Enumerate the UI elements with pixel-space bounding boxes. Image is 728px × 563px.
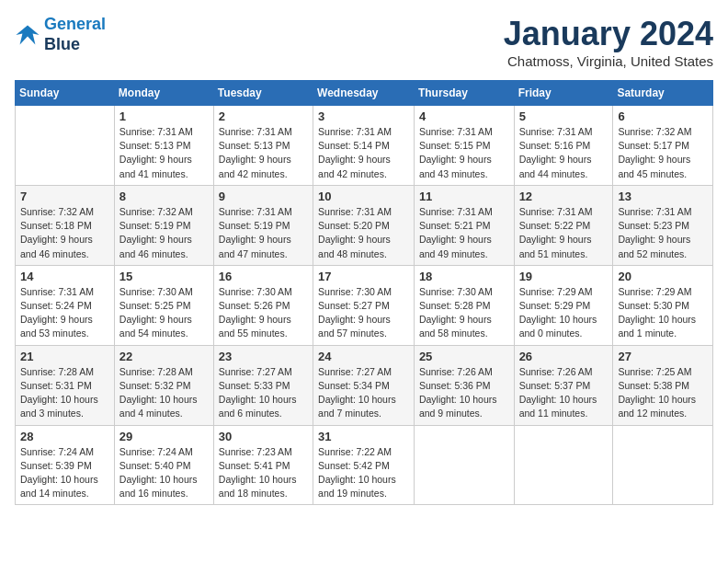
day-info: Sunrise: 7:27 AMSunset: 5:33 PMDaylight:…: [219, 365, 308, 421]
calendar-cell: [414, 425, 514, 505]
day-info: Sunrise: 7:22 AMSunset: 5:42 PMDaylight:…: [318, 445, 409, 501]
day-info: Sunrise: 7:31 AMSunset: 5:13 PMDaylight:…: [119, 125, 209, 181]
calendar-week-row: 7Sunrise: 7:32 AMSunset: 5:18 PMDaylight…: [16, 185, 713, 265]
day-info: Sunrise: 7:31 AMSunset: 5:14 PMDaylight:…: [318, 125, 409, 181]
calendar-cell: 29Sunrise: 7:24 AMSunset: 5:40 PMDayligh…: [114, 425, 213, 505]
calendar-cell: 4Sunrise: 7:31 AMSunset: 5:15 PMDaylight…: [414, 106, 514, 186]
weekday-header-tuesday: Tuesday: [213, 81, 313, 106]
day-info: Sunrise: 7:24 AMSunset: 5:39 PMDaylight:…: [20, 445, 109, 501]
day-number: 19: [519, 270, 609, 283]
day-info: Sunrise: 7:31 AMSunset: 5:20 PMDaylight:…: [318, 205, 409, 261]
calendar-cell: [16, 106, 115, 186]
calendar-cell: 5Sunrise: 7:31 AMSunset: 5:16 PMDaylight…: [514, 106, 613, 186]
day-info: Sunrise: 7:31 AMSunset: 5:21 PMDaylight:…: [419, 205, 509, 261]
day-info: Sunrise: 7:27 AMSunset: 5:34 PMDaylight:…: [318, 365, 409, 421]
day-info: Sunrise: 7:26 AMSunset: 5:37 PMDaylight:…: [519, 365, 609, 421]
calendar-cell: 23Sunrise: 7:27 AMSunset: 5:33 PMDayligh…: [213, 345, 313, 425]
calendar-cell: 13Sunrise: 7:31 AMSunset: 5:23 PMDayligh…: [613, 185, 713, 265]
logo-text-line2: Blue: [44, 35, 106, 55]
day-number: 12: [519, 190, 609, 203]
calendar-cell: 1Sunrise: 7:31 AMSunset: 5:13 PMDaylight…: [114, 106, 213, 186]
calendar-cell: [613, 425, 713, 505]
day-info: Sunrise: 7:31 AMSunset: 5:13 PMDaylight:…: [219, 125, 308, 181]
day-number: 21: [20, 350, 109, 363]
day-number: 26: [519, 350, 609, 363]
calendar-cell: 3Sunrise: 7:31 AMSunset: 5:14 PMDaylight…: [313, 106, 415, 186]
calendar-cell: 22Sunrise: 7:28 AMSunset: 5:32 PMDayligh…: [114, 345, 213, 425]
day-info: Sunrise: 7:31 AMSunset: 5:24 PMDaylight:…: [20, 285, 109, 341]
day-number: 20: [618, 270, 708, 283]
calendar-cell: 17Sunrise: 7:30 AMSunset: 5:27 PMDayligh…: [313, 265, 415, 345]
day-number: 24: [318, 350, 409, 363]
calendar-cell: 25Sunrise: 7:26 AMSunset: 5:36 PMDayligh…: [414, 345, 514, 425]
day-info: Sunrise: 7:30 AMSunset: 5:25 PMDaylight:…: [119, 285, 209, 341]
calendar-week-row: 28Sunrise: 7:24 AMSunset: 5:39 PMDayligh…: [16, 425, 713, 505]
day-number: 28: [20, 430, 109, 443]
day-info: Sunrise: 7:31 AMSunset: 5:22 PMDaylight:…: [519, 205, 609, 261]
day-number: 5: [519, 109, 609, 123]
svg-marker-0: [16, 25, 39, 44]
calendar-cell: 21Sunrise: 7:28 AMSunset: 5:31 PMDayligh…: [16, 345, 115, 425]
day-number: 15: [119, 270, 209, 283]
day-info: Sunrise: 7:31 AMSunset: 5:19 PMDaylight:…: [219, 205, 308, 261]
calendar-cell: 24Sunrise: 7:27 AMSunset: 5:34 PMDayligh…: [313, 345, 415, 425]
day-info: Sunrise: 7:32 AMSunset: 5:19 PMDaylight:…: [119, 205, 209, 261]
calendar-cell: 19Sunrise: 7:29 AMSunset: 5:29 PMDayligh…: [514, 265, 613, 345]
calendar-cell: 27Sunrise: 7:25 AMSunset: 5:38 PMDayligh…: [613, 345, 713, 425]
calendar-cell: 12Sunrise: 7:31 AMSunset: 5:22 PMDayligh…: [514, 185, 613, 265]
calendar-cell: 31Sunrise: 7:22 AMSunset: 5:42 PMDayligh…: [313, 425, 415, 505]
weekday-header-thursday: Thursday: [414, 81, 514, 106]
day-info: Sunrise: 7:30 AMSunset: 5:28 PMDaylight:…: [419, 285, 509, 341]
calendar-cell: 20Sunrise: 7:29 AMSunset: 5:30 PMDayligh…: [613, 265, 713, 345]
day-info: Sunrise: 7:30 AMSunset: 5:26 PMDaylight:…: [219, 285, 308, 341]
calendar-subtitle: Chatmoss, Virginia, United States: [504, 53, 713, 69]
weekday-header-wednesday: Wednesday: [313, 81, 415, 106]
day-info: Sunrise: 7:26 AMSunset: 5:36 PMDaylight:…: [419, 365, 509, 421]
day-info: Sunrise: 7:28 AMSunset: 5:32 PMDaylight:…: [119, 365, 209, 421]
weekday-header-saturday: Saturday: [613, 81, 713, 106]
calendar-week-row: 1Sunrise: 7:31 AMSunset: 5:13 PMDaylight…: [16, 106, 713, 186]
calendar-cell: 2Sunrise: 7:31 AMSunset: 5:13 PMDaylight…: [213, 106, 313, 186]
day-number: 6: [618, 109, 708, 123]
day-number: 13: [618, 190, 708, 203]
day-number: 22: [119, 350, 209, 363]
calendar-cell: 8Sunrise: 7:32 AMSunset: 5:19 PMDaylight…: [114, 185, 213, 265]
calendar-cell: 9Sunrise: 7:31 AMSunset: 5:19 PMDaylight…: [213, 185, 313, 265]
calendar-title: January 2024: [504, 15, 713, 53]
calendar-cell: 30Sunrise: 7:23 AMSunset: 5:41 PMDayligh…: [213, 425, 313, 505]
day-number: 14: [20, 270, 109, 283]
day-number: 18: [419, 270, 509, 283]
day-number: 27: [618, 350, 708, 363]
day-number: 25: [419, 350, 509, 363]
logo: General Blue: [15, 15, 106, 54]
page-header: General Blue January 2024 Chatmoss, Virg…: [15, 15, 713, 69]
day-number: 8: [119, 190, 209, 203]
day-info: Sunrise: 7:32 AMSunset: 5:18 PMDaylight:…: [20, 205, 109, 261]
day-number: 4: [419, 109, 509, 123]
day-number: 17: [318, 270, 409, 283]
calendar-cell: 18Sunrise: 7:30 AMSunset: 5:28 PMDayligh…: [414, 265, 514, 345]
day-number: 31: [318, 430, 409, 443]
calendar-week-row: 21Sunrise: 7:28 AMSunset: 5:31 PMDayligh…: [16, 345, 713, 425]
day-info: Sunrise: 7:29 AMSunset: 5:30 PMDaylight:…: [618, 285, 708, 341]
day-number: 30: [219, 430, 308, 443]
day-info: Sunrise: 7:24 AMSunset: 5:40 PMDaylight:…: [119, 445, 209, 501]
day-info: Sunrise: 7:31 AMSunset: 5:23 PMDaylight:…: [618, 205, 708, 261]
day-number: 2: [219, 109, 308, 123]
calendar-cell: 6Sunrise: 7:32 AMSunset: 5:17 PMDaylight…: [613, 106, 713, 186]
day-number: 7: [20, 190, 109, 203]
calendar-week-row: 14Sunrise: 7:31 AMSunset: 5:24 PMDayligh…: [16, 265, 713, 345]
day-info: Sunrise: 7:23 AMSunset: 5:41 PMDaylight:…: [219, 445, 308, 501]
calendar-table: SundayMondayTuesdayWednesdayThursdayFrid…: [15, 80, 713, 505]
day-info: Sunrise: 7:31 AMSunset: 5:16 PMDaylight:…: [519, 125, 609, 181]
logo-text-line1: General: [44, 15, 106, 35]
title-block: January 2024 Chatmoss, Virginia, United …: [504, 15, 713, 69]
calendar-cell: 10Sunrise: 7:31 AMSunset: 5:20 PMDayligh…: [313, 185, 415, 265]
calendar-cell: 15Sunrise: 7:30 AMSunset: 5:25 PMDayligh…: [114, 265, 213, 345]
day-number: 29: [119, 430, 209, 443]
calendar-cell: 26Sunrise: 7:26 AMSunset: 5:37 PMDayligh…: [514, 345, 613, 425]
calendar-cell: 16Sunrise: 7:30 AMSunset: 5:26 PMDayligh…: [213, 265, 313, 345]
calendar-cell: 14Sunrise: 7:31 AMSunset: 5:24 PMDayligh…: [16, 265, 115, 345]
weekday-header-row: SundayMondayTuesdayWednesdayThursdayFrid…: [16, 81, 713, 106]
day-number: 11: [419, 190, 509, 203]
